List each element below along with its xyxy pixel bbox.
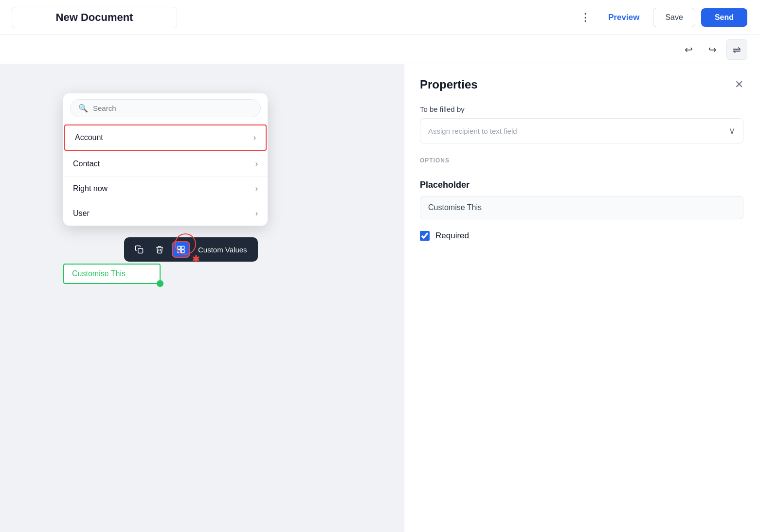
menu-item-account-label: Account bbox=[75, 133, 103, 142]
to-be-filled-label: To be filled by bbox=[420, 105, 743, 113]
more-button[interactable]: ⋮ bbox=[576, 7, 595, 28]
required-checkbox[interactable] bbox=[420, 231, 430, 241]
panel-title: Properties bbox=[420, 78, 478, 91]
toolbar-right: ⋮ Preview Save Send bbox=[576, 7, 747, 28]
placeholder-section-label: Placeholder bbox=[420, 180, 743, 190]
menu-item-rightnow[interactable]: Right now › bbox=[63, 177, 268, 201]
menu-item-user[interactable]: User › bbox=[63, 201, 268, 226]
chevron-right-icon-user: › bbox=[255, 209, 258, 218]
required-row: Required bbox=[420, 231, 743, 241]
placeholder-input[interactable] bbox=[420, 196, 743, 219]
search-box: 🔍 bbox=[63, 93, 268, 124]
copy-icon-button[interactable] bbox=[131, 242, 147, 257]
menu-item-rightnow-label: Right now bbox=[73, 184, 108, 193]
custom-values-label: Custom Values bbox=[194, 244, 251, 256]
chevron-down-icon: ∨ bbox=[729, 125, 735, 136]
red-asterisk: ✱ bbox=[192, 254, 199, 265]
svg-rect-3 bbox=[178, 250, 181, 253]
save-button[interactable]: Save bbox=[653, 8, 695, 27]
right-panel: Properties ✕ To be filled by Assign reci… bbox=[404, 64, 759, 532]
document-title[interactable]: New Document bbox=[12, 7, 177, 28]
search-icon: 🔍 bbox=[78, 104, 88, 113]
svg-rect-2 bbox=[181, 246, 184, 249]
chevron-right-icon-contact: › bbox=[255, 160, 258, 168]
menu-item-user-label: User bbox=[73, 209, 90, 218]
required-label: Required bbox=[435, 231, 469, 241]
undo-button[interactable]: ↩ bbox=[679, 40, 699, 59]
secondary-toolbar: ↩ ↪ ⇌ bbox=[0, 35, 759, 64]
svg-rect-4 bbox=[181, 250, 184, 253]
menu-item-contact[interactable]: Contact › bbox=[63, 152, 268, 177]
dropdown-menu: 🔍 Account › Contact › Right now › User › bbox=[63, 93, 268, 226]
text-field-box[interactable]: Customise This bbox=[63, 264, 161, 284]
panel-header: Properties ✕ bbox=[420, 78, 743, 91]
close-panel-button[interactable]: ✕ bbox=[735, 78, 743, 91]
text-field-container: Customise This bbox=[63, 264, 161, 284]
field-toolbar: Custom Values bbox=[124, 237, 258, 262]
chevron-right-icon-account: › bbox=[253, 133, 256, 142]
send-button[interactable]: Send bbox=[701, 8, 747, 27]
main-layout: 🔍 Account › Contact › Right now › User › bbox=[0, 64, 759, 532]
svg-rect-1 bbox=[178, 246, 181, 249]
custom-values-icon-button[interactable] bbox=[172, 241, 190, 258]
assign-recipient-dropdown[interactable]: Assign recipient to text field ∨ bbox=[420, 118, 743, 143]
delete-icon-button[interactable] bbox=[151, 242, 168, 257]
search-input[interactable] bbox=[93, 104, 253, 112]
assign-recipient-placeholder: Assign recipient to text field bbox=[428, 127, 517, 135]
toolbar-left: New Document bbox=[12, 7, 177, 28]
search-input-wrap: 🔍 bbox=[70, 99, 261, 117]
settings-button[interactable]: ⇌ bbox=[726, 39, 747, 60]
text-field-value: Customise This bbox=[72, 269, 126, 278]
svg-rect-0 bbox=[138, 248, 143, 253]
menu-item-account[interactable]: Account › bbox=[64, 124, 267, 151]
chevron-right-icon-rightnow: › bbox=[255, 184, 258, 193]
options-section-label: OPTIONS bbox=[420, 157, 743, 170]
canvas-area: 🔍 Account › Contact › Right now › User › bbox=[0, 64, 404, 532]
redo-button[interactable]: ↪ bbox=[703, 40, 723, 59]
settings-icon: ⇌ bbox=[733, 44, 741, 55]
preview-button[interactable]: Preview bbox=[600, 8, 647, 27]
menu-item-contact-label: Contact bbox=[73, 160, 100, 168]
top-toolbar: New Document ⋮ Preview Save Send bbox=[0, 0, 759, 35]
green-dot-handle[interactable] bbox=[157, 280, 163, 287]
